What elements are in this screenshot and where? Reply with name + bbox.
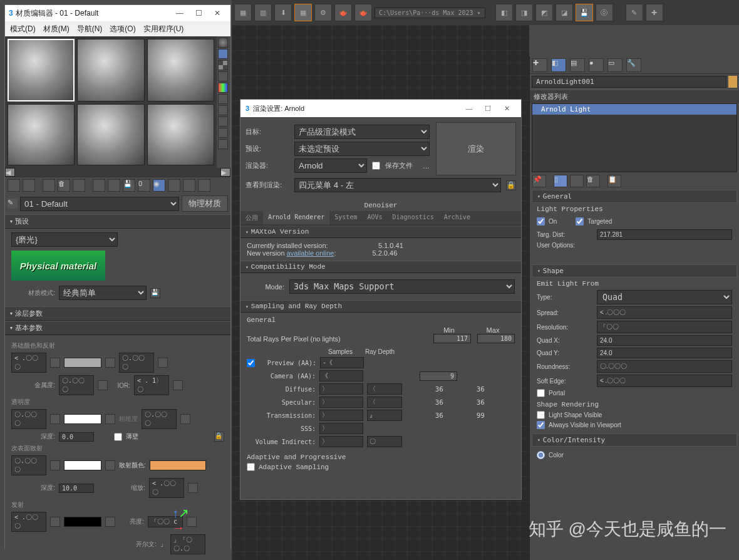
toolbar-btn[interactable]: ▦ bbox=[234, 4, 252, 21]
modifier-stack[interactable]: Arnold Light bbox=[532, 103, 737, 172]
sss-samples[interactable]: 〉 bbox=[319, 423, 363, 434]
material-slot-6[interactable] bbox=[147, 104, 214, 165]
side-tool[interactable] bbox=[218, 60, 228, 70]
toolbar-btn[interactable]: ⬇ bbox=[274, 4, 292, 21]
sss-color-swatch[interactable] bbox=[64, 460, 101, 470]
show-end-result-icon[interactable]: ▯ bbox=[554, 175, 567, 187]
color-radio[interactable] bbox=[537, 451, 545, 459]
mat-tool[interactable] bbox=[23, 179, 35, 192]
base-color-swatch[interactable] bbox=[64, 358, 101, 368]
light-shape-visible-checkbox[interactable] bbox=[537, 411, 545, 419]
quad-x-spinner[interactable]: 24.0 bbox=[597, 335, 732, 346]
preset-dropdown[interactable]: 未选定预设 bbox=[294, 142, 430, 156]
resolution-spinner[interactable]: 「〇〇 bbox=[597, 321, 732, 333]
map-btn[interactable] bbox=[50, 517, 60, 527]
user-options-field[interactable] bbox=[537, 251, 732, 262]
mat-tool[interactable] bbox=[168, 179, 180, 192]
tab-diagnostics[interactable]: Diagnostics bbox=[388, 211, 439, 225]
menu-nav[interactable]: 导航(N) bbox=[77, 24, 103, 34]
preview-samples[interactable]: -《 bbox=[320, 357, 364, 368]
project-path[interactable]: C:\Users\Pa···ds Max 2023 ▾ bbox=[375, 8, 485, 18]
side-tool[interactable] bbox=[218, 117, 228, 127]
side-tool[interactable] bbox=[218, 94, 228, 104]
toolbar-btn[interactable]: ◩ bbox=[535, 4, 553, 21]
maximize-button[interactable]: ☐ bbox=[189, 9, 208, 18]
toolbar-btn[interactable]: ◨ bbox=[515, 4, 533, 21]
color-intensity-rollout-header[interactable]: Color/Intensity bbox=[532, 433, 737, 447]
scale-spinner[interactable]: < .〇〇〇 bbox=[149, 478, 184, 498]
scatter-color-swatch[interactable] bbox=[150, 460, 206, 470]
available-online-link[interactable]: available online bbox=[287, 249, 334, 257]
diffuse-depth[interactable]: 〈 bbox=[367, 383, 402, 395]
save-file-checkbox[interactable] bbox=[372, 162, 380, 170]
minimize-button[interactable]: — bbox=[460, 105, 478, 112]
scroll-left[interactable]: ◀ bbox=[5, 168, 15, 177]
renderer-dropdown[interactable]: Arnold bbox=[294, 158, 367, 173]
pin-stack-icon[interactable]: 📌 bbox=[532, 175, 546, 187]
preview-aa-checkbox[interactable] bbox=[247, 359, 255, 367]
side-tool[interactable] bbox=[218, 38, 228, 48]
compat-mode-dropdown[interactable]: 3ds Max Maps Support bbox=[289, 279, 515, 294]
hierarchy-tab[interactable]: ▤ bbox=[570, 58, 585, 72]
menu-mode[interactable]: 模式(D) bbox=[10, 24, 36, 34]
map-btn[interactable] bbox=[173, 380, 183, 390]
material-slot-5[interactable] bbox=[77, 104, 144, 165]
toolbar-btn[interactable]: ✚ bbox=[646, 4, 663, 21]
opacity-spinner[interactable]: 〇.〇〇〇 bbox=[11, 409, 46, 429]
configure-sets-icon[interactable]: 📋 bbox=[607, 175, 621, 187]
quad-y-spinner[interactable]: 24.0 bbox=[597, 348, 732, 358]
portal-checkbox[interactable] bbox=[537, 389, 545, 397]
object-name-field[interactable]: ArnoldLight001 bbox=[532, 76, 726, 88]
type-dropdown[interactable]: Quad bbox=[597, 290, 732, 304]
tab-common[interactable]: 公用 bbox=[240, 211, 263, 225]
tab-arnold-renderer[interactable]: Arnold Renderer bbox=[263, 211, 329, 225]
tab-aovs[interactable]: AOVs bbox=[362, 211, 387, 225]
lock-view-icon[interactable]: 🔒 bbox=[506, 180, 516, 190]
base-weight-spinner[interactable]: < .〇〇〇 bbox=[11, 353, 46, 373]
menu-utils[interactable]: 实用程序(U) bbox=[143, 24, 184, 34]
map-btn[interactable] bbox=[158, 358, 168, 368]
transmission-samples[interactable]: 〉 bbox=[319, 410, 363, 421]
render-button[interactable]: 渲染 bbox=[436, 122, 516, 175]
sss-depth-spinner[interactable]: 10.0 bbox=[59, 484, 94, 493]
material-type-button[interactable]: 物理材质 bbox=[182, 195, 228, 212]
material-slot-4[interactable] bbox=[8, 104, 75, 165]
mat-tool[interactable] bbox=[43, 179, 55, 192]
object-color-swatch[interactable] bbox=[728, 76, 737, 88]
teapot-icon[interactable]: 🫖 bbox=[334, 4, 352, 21]
toolbar-btn-render[interactable]: ▦ bbox=[294, 4, 312, 21]
toolbar-btn[interactable]: ⚙ bbox=[314, 4, 332, 21]
map-btn[interactable] bbox=[50, 358, 60, 368]
mat-tool-delete[interactable]: 🗑 bbox=[58, 179, 70, 192]
coating-rollout-header[interactable]: 涂层参数 bbox=[5, 306, 230, 321]
eyedropper-icon[interactable]: ✎ bbox=[8, 199, 18, 209]
view-dropdown[interactable]: 四元菜单 4 - 左 bbox=[294, 178, 501, 192]
on-checkbox[interactable] bbox=[537, 217, 545, 226]
preset-dropdown[interactable]: {磨光} bbox=[11, 232, 118, 247]
compat-rollout-header[interactable]: Compatibility Mode bbox=[240, 261, 521, 273]
remove-modifier-icon[interactable]: 🗑 bbox=[586, 175, 600, 187]
specular-depth[interactable]: 〈 bbox=[367, 397, 402, 408]
display-tab[interactable]: ▭ bbox=[607, 58, 623, 72]
more-btn[interactable]: … bbox=[423, 162, 430, 170]
opacity-color-swatch[interactable] bbox=[64, 414, 101, 424]
modifier-item-arnold-light[interactable]: Arnold Light bbox=[532, 104, 736, 115]
basic-rollout-header[interactable]: 基本参数 bbox=[5, 321, 230, 335]
menu-material[interactable]: 材质(M) bbox=[43, 24, 70, 34]
material-mode-dropdown[interactable]: 经典简单 bbox=[59, 286, 147, 300]
metalness-spinner[interactable]: 〇.〇〇〇 bbox=[59, 375, 94, 395]
mat-tool[interactable] bbox=[198, 179, 210, 192]
close-button[interactable]: ✕ bbox=[208, 9, 227, 18]
mat-tool[interactable] bbox=[73, 179, 85, 192]
side-tool[interactable] bbox=[218, 139, 228, 149]
material-slot-2[interactable] bbox=[77, 39, 144, 101]
toolbar-btn[interactable]: ◪ bbox=[556, 4, 573, 21]
general-rollout-header[interactable]: General bbox=[532, 190, 737, 203]
diffuse-samples[interactable]: 〉 bbox=[319, 383, 363, 395]
mat-tool[interactable] bbox=[108, 179, 120, 192]
target-dropdown[interactable]: 产品级渲染模式 bbox=[294, 125, 430, 139]
transmission-depth[interactable]: 』 bbox=[367, 410, 402, 421]
toolbar-btn[interactable]: 💾 bbox=[576, 4, 593, 21]
mat-tool-save[interactable]: 💾 bbox=[123, 179, 135, 192]
side-tool[interactable] bbox=[218, 105, 228, 115]
